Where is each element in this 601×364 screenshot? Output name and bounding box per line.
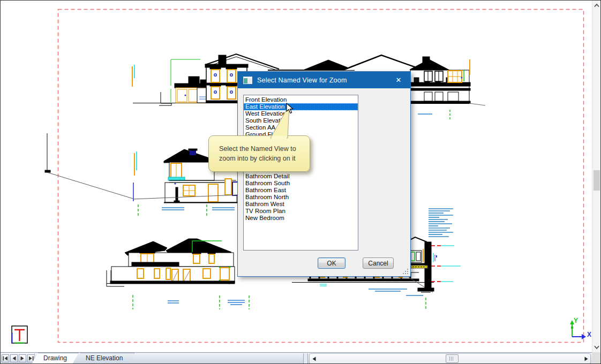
scroll-down-icon: [594, 345, 600, 350]
named-view-item[interactable]: Bathroom Detail: [244, 173, 358, 180]
named-view-item[interactable]: Bathrom West: [244, 201, 358, 208]
vertical-scroll-thumb[interactable]: [594, 170, 600, 191]
scrollbar-corner: [592, 352, 601, 364]
horizontal-scroll-thumb[interactable]: [446, 354, 459, 363]
ucs-y-label: Y: [574, 317, 578, 324]
named-view-label: Bathroom East: [245, 187, 286, 193]
sheet-tab[interactable]: NE Elevation: [74, 353, 134, 364]
sheet-tab-label: Drawing: [43, 354, 67, 362]
scroll-left-button[interactable]: [310, 354, 318, 363]
bottom-bar: DrawingNE Elevation: [0, 352, 601, 364]
close-button[interactable]: ✕: [387, 72, 410, 88]
named-view-item[interactable]: Bathroom South: [244, 180, 358, 187]
named-view-item[interactable]: East Elevation: [244, 103, 358, 110]
mouse-cursor-icon: [286, 103, 294, 114]
section-detail-right: [405, 209, 461, 309]
scroll-up-button[interactable]: [592, 1, 601, 10]
vertical-scrollbar[interactable]: [592, 0, 601, 352]
ok-button[interactable]: OK: [318, 257, 345, 269]
next-sheet-button[interactable]: [19, 354, 26, 362]
named-view-label: Bathroom South: [245, 180, 290, 186]
first-page-icon: [3, 356, 8, 361]
named-view-item[interactable]: West Elevation: [244, 110, 358, 117]
scroll-down-button[interactable]: [592, 343, 601, 352]
layout-plot-icon: [12, 326, 27, 343]
close-icon: ✕: [396, 76, 402, 84]
window-icon: [243, 77, 252, 84]
named-view-item[interactable]: Section AA: [244, 124, 358, 131]
cancel-button[interactable]: Cancel: [363, 257, 394, 269]
elevation-bottom: [107, 239, 249, 309]
tab-scroll-splitter[interactable]: [303, 353, 308, 363]
named-view-label: Bathroom North: [245, 194, 289, 200]
scroll-left-icon: [312, 357, 316, 361]
named-view-label: Bathroom Detail: [245, 173, 289, 179]
named-view-item[interactable]: TV Room Plan: [244, 208, 358, 215]
scroll-right-button[interactable]: [582, 354, 590, 363]
named-view-item[interactable]: New Bedroom: [244, 215, 358, 222]
resize-grip[interactable]: [402, 268, 409, 275]
sheet-tab-label: NE Elevation: [86, 354, 123, 362]
sheet-tabs: DrawingNE Elevation: [36, 353, 134, 364]
named-views-bottom-group: Bathroom DetailBathroom SouthBathroom Ea…: [244, 173, 358, 222]
dialog-titlebar: Select Named View for Zoom ✕: [238, 72, 410, 88]
ucs-x-label: X: [587, 331, 591, 338]
tooltip-line2: zoom into by clicking on it: [219, 154, 310, 163]
named-view-item[interactable]: Bathroom East: [244, 187, 358, 194]
sheet-tab[interactable]: Drawing: [32, 353, 79, 364]
named-view-label: TV Room Plan: [245, 208, 286, 214]
scroll-right-icon: [584, 357, 588, 361]
named-view-label: Bathrom West: [245, 201, 284, 207]
first-sheet-button[interactable]: [2, 354, 9, 362]
named-view-item[interactable]: South Elevation: [244, 117, 358, 124]
ucs-icon: Y X: [570, 317, 591, 339]
last-page-icon: [28, 356, 34, 361]
named-view-item[interactable]: Bathroom North: [244, 194, 358, 201]
cad-viewer-window: Y X Select Named View for Zoom ✕ Front E…: [0, 0, 601, 364]
sheet-nav-buttons: [2, 354, 36, 362]
named-views-list[interactable]: Front ElevationEast ElevationWest Elevat…: [243, 95, 358, 251]
previous-page-icon: [12, 356, 16, 361]
named-views-top-group: Front ElevationEast ElevationWest Elevat…: [244, 96, 358, 138]
dialog-title: Select Named View for Zoom: [257, 77, 347, 84]
tooltip-line1: Select the Named View to: [219, 144, 310, 154]
previous-sheet-button[interactable]: [10, 354, 18, 362]
horizontal-scrollbar[interactable]: [309, 353, 591, 364]
tooltip-callout: Select the Named View to zoom into by cl…: [208, 135, 310, 172]
select-named-view-dialog: Select Named View for Zoom ✕ Front Eleva…: [237, 71, 411, 277]
named-view-item[interactable]: Front Elevation: [244, 96, 358, 103]
named-view-label: New Bedroom: [245, 215, 284, 221]
next-page-icon: [20, 356, 25, 361]
scroll-up-icon: [594, 3, 600, 7]
